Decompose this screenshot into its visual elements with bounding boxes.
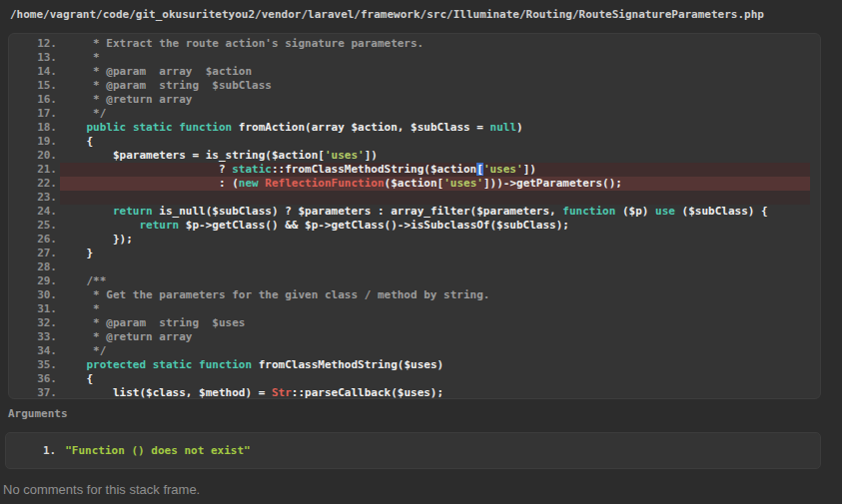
line-number: 15.	[9, 79, 60, 93]
code-text: {	[60, 372, 810, 386]
code-line: 12. * Extract the route action's signatu…	[9, 37, 820, 51]
code-text: }	[60, 247, 810, 260]
code-line: 29. /**	[9, 274, 820, 288]
code-line: 15. * @param string $subClass	[9, 79, 820, 93]
line-number: 20.	[9, 149, 60, 163]
code-text: public static function fromAction(array …	[60, 121, 810, 135]
code-line: 25. return $p->getClass() && $p->getClas…	[9, 219, 820, 233]
code-line: 31. *	[9, 302, 820, 316]
code-line: 21. ? static::fromClassMethodString($act…	[9, 163, 820, 177]
code-line: 16. * @return array	[9, 93, 820, 107]
code-line: 18. public static function fromAction(ar…	[9, 121, 820, 135]
line-number: 33.	[9, 330, 60, 344]
code-text: return is_null($subClass) ? $parameters …	[60, 205, 810, 219]
argument-index: 1.	[43, 444, 56, 457]
line-number: 17.	[9, 107, 60, 121]
code-line: 13. *	[9, 51, 820, 65]
line-number: 29.	[9, 274, 60, 288]
code-text	[60, 260, 810, 274]
code-line: 28.	[9, 260, 820, 274]
code-text: * @param string $uses	[60, 316, 810, 330]
line-number: 14.	[9, 65, 60, 79]
code-line: 30. * Get the parameters for the given c…	[9, 288, 820, 302]
code-text: * Extract the route action's signature p…	[60, 37, 810, 51]
code-text: {	[60, 135, 810, 149]
arguments-panel: 1."Function () does not exist"	[5, 432, 821, 469]
code-line: 20. $parameters = is_string($action['use…	[9, 149, 820, 163]
code-line: 19. {	[9, 135, 820, 149]
code-line: 27. }	[9, 247, 820, 260]
line-number: 27.	[9, 247, 60, 260]
code-text	[60, 191, 810, 205]
code-text: * @param array $action	[60, 65, 810, 79]
line-number: 26.	[9, 233, 60, 247]
code-text: });	[60, 233, 810, 247]
code-line: 24. return is_null($subClass) ? $paramet…	[9, 205, 820, 219]
code-text: */	[60, 107, 810, 121]
code-line: 34. */	[9, 344, 820, 358]
line-number: 21.	[9, 163, 60, 177]
line-number: 32.	[9, 316, 60, 330]
code-text: return $p->getClass() && $p->getClass()-…	[60, 219, 810, 233]
code-line: 23.	[9, 191, 820, 205]
frame-file-path: /home/vagrant/code/git_okusuritetyou2/ve…	[0, 0, 842, 33]
code-line: 35. protected static function fromClassM…	[9, 358, 820, 372]
code-text: * @param string $subClass	[60, 79, 810, 93]
code-text: $parameters = is_string($action['uses'])	[60, 149, 810, 163]
code-text: *	[60, 302, 810, 316]
code-line: 33. * @return array	[9, 330, 820, 344]
code-text: * @return array	[60, 93, 810, 107]
code-line: 17. */	[9, 107, 820, 121]
code-viewer: 12. * Extract the route action's signatu…	[8, 33, 821, 399]
code-text: /**	[60, 274, 810, 288]
line-number: 34.	[9, 344, 60, 358]
line-number: 22.	[9, 177, 60, 191]
line-number: 25.	[9, 219, 60, 233]
line-number: 36.	[9, 372, 60, 386]
code-line: 26. });	[9, 233, 820, 247]
code-text: protected static function fromClassMetho…	[60, 358, 810, 372]
line-number: 23.	[9, 191, 60, 205]
line-number: 35.	[9, 358, 60, 372]
code-line: 14. * @param array $action	[9, 65, 820, 79]
code-text: */	[60, 344, 810, 358]
line-number: 30.	[9, 288, 60, 302]
code-line: 37. list($class, $method) = Str::parseCa…	[9, 386, 820, 399]
code-text: list($class, $method) = Str::parseCallba…	[60, 386, 810, 399]
line-number: 24.	[9, 205, 60, 219]
line-number: 16.	[9, 93, 60, 107]
code-line: 36. {	[9, 372, 820, 386]
line-number: 31.	[9, 302, 60, 316]
code-line: 32. * @param string $uses	[9, 316, 820, 330]
argument-item: 1."Function () does not exist"	[6, 433, 820, 468]
code-text: ? static::fromClassMethodString($action[…	[60, 163, 810, 177]
code-text: *	[60, 51, 810, 65]
code-text: : (new ReflectionFunction($action['uses'…	[60, 177, 810, 191]
line-number: 18.	[9, 121, 60, 135]
line-number: 28.	[9, 260, 60, 274]
code-line: 22. : (new ReflectionFunction($action['u…	[9, 177, 820, 191]
frame-comments-text: No comments for this stack frame.	[3, 482, 200, 497]
line-number: 19.	[9, 135, 60, 149]
code-text: * Get the parameters for the given class…	[60, 288, 810, 302]
line-number: 13.	[9, 51, 60, 65]
arguments-heading: Arguments	[8, 407, 68, 420]
line-number: 12.	[9, 37, 60, 51]
code-text: * @return array	[60, 330, 810, 344]
line-number: 37.	[9, 386, 60, 399]
argument-value: "Function () does not exist"	[65, 444, 250, 457]
